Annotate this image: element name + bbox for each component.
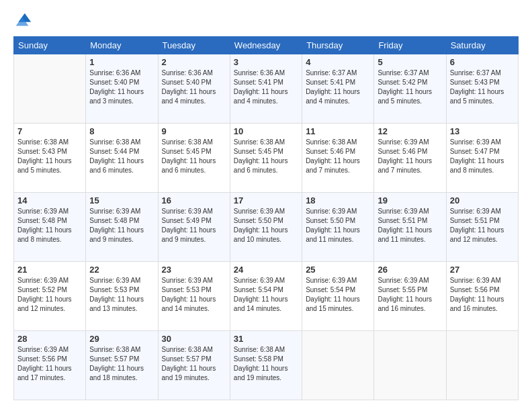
day-number: 31 xyxy=(234,334,298,344)
calendar-cell: 6Sunrise: 6:37 AM Sunset: 5:43 PM Daylig… xyxy=(446,54,518,124)
calendar-cell: 7Sunrise: 6:38 AM Sunset: 5:43 PM Daylig… xyxy=(14,124,86,193)
calendar-cell: 20Sunrise: 6:39 AM Sunset: 5:51 PM Dayli… xyxy=(446,193,518,262)
calendar-header-tuesday: Tuesday xyxy=(158,37,230,54)
day-info: Sunrise: 6:36 AM Sunset: 5:40 PM Dayligh… xyxy=(162,68,226,106)
logo-icon xyxy=(13,11,32,30)
day-info: Sunrise: 6:39 AM Sunset: 5:55 PM Dayligh… xyxy=(378,276,442,314)
calendar-cell: 24Sunrise: 6:39 AM Sunset: 5:54 PM Dayli… xyxy=(230,262,302,331)
calendar-cell: 11Sunrise: 6:38 AM Sunset: 5:46 PM Dayli… xyxy=(302,124,374,193)
calendar-cell: 18Sunrise: 6:39 AM Sunset: 5:50 PM Dayli… xyxy=(302,193,374,262)
calendar-cell: 19Sunrise: 6:39 AM Sunset: 5:51 PM Dayli… xyxy=(374,193,446,262)
day-number: 10 xyxy=(234,126,298,136)
day-number: 7 xyxy=(17,126,82,136)
day-number: 2 xyxy=(162,57,226,67)
calendar-cell: 3Sunrise: 6:36 AM Sunset: 5:41 PM Daylig… xyxy=(230,54,302,124)
day-number: 17 xyxy=(234,195,298,205)
day-number: 12 xyxy=(378,126,442,136)
calendar-table: SundayMondayTuesdayWednesdayThursdayFrid… xyxy=(13,36,519,400)
day-info: Sunrise: 6:38 AM Sunset: 5:43 PM Dayligh… xyxy=(17,138,82,175)
calendar-cell: 15Sunrise: 6:39 AM Sunset: 5:48 PM Dayli… xyxy=(86,193,158,262)
day-number: 11 xyxy=(306,126,370,136)
calendar-cell: 12Sunrise: 6:39 AM Sunset: 5:46 PM Dayli… xyxy=(374,124,446,193)
day-info: Sunrise: 6:39 AM Sunset: 5:54 PM Dayligh… xyxy=(306,276,370,314)
calendar-cell xyxy=(446,331,518,400)
day-info: Sunrise: 6:38 AM Sunset: 5:44 PM Dayligh… xyxy=(89,138,154,175)
day-info: Sunrise: 6:39 AM Sunset: 5:51 PM Dayligh… xyxy=(450,207,515,244)
day-number: 23 xyxy=(162,265,226,275)
day-number: 13 xyxy=(450,126,515,136)
calendar-cell: 22Sunrise: 6:39 AM Sunset: 5:53 PM Dayli… xyxy=(86,262,158,331)
calendar-cell: 10Sunrise: 6:38 AM Sunset: 5:45 PM Dayli… xyxy=(230,124,302,193)
day-number: 20 xyxy=(450,195,515,205)
day-info: Sunrise: 6:39 AM Sunset: 5:56 PM Dayligh… xyxy=(17,345,82,383)
day-number: 25 xyxy=(306,265,370,275)
day-info: Sunrise: 6:39 AM Sunset: 5:48 PM Dayligh… xyxy=(17,207,82,244)
day-info: Sunrise: 6:39 AM Sunset: 5:56 PM Dayligh… xyxy=(450,276,515,314)
day-number: 8 xyxy=(89,126,154,136)
day-info: Sunrise: 6:39 AM Sunset: 5:50 PM Dayligh… xyxy=(234,207,298,244)
day-info: Sunrise: 6:39 AM Sunset: 5:48 PM Dayligh… xyxy=(89,207,154,244)
calendar-cell: 17Sunrise: 6:39 AM Sunset: 5:50 PM Dayli… xyxy=(230,193,302,262)
day-number: 15 xyxy=(89,195,154,205)
day-number: 3 xyxy=(234,57,298,67)
calendar-week-0: 1Sunrise: 6:36 AM Sunset: 5:40 PM Daylig… xyxy=(14,54,519,124)
day-number: 9 xyxy=(162,126,226,136)
calendar-cell: 13Sunrise: 6:39 AM Sunset: 5:47 PM Dayli… xyxy=(446,124,518,193)
calendar-cell: 21Sunrise: 6:39 AM Sunset: 5:52 PM Dayli… xyxy=(14,262,86,331)
day-info: Sunrise: 6:39 AM Sunset: 5:54 PM Dayligh… xyxy=(234,276,298,314)
day-number: 30 xyxy=(162,334,226,344)
calendar-header-thursday: Thursday xyxy=(302,37,374,54)
day-info: Sunrise: 6:38 AM Sunset: 5:46 PM Dayligh… xyxy=(306,138,370,175)
day-info: Sunrise: 6:39 AM Sunset: 5:53 PM Dayligh… xyxy=(162,276,226,314)
calendar-header-monday: Monday xyxy=(86,37,158,54)
day-number: 5 xyxy=(378,57,442,67)
calendar-cell: 1Sunrise: 6:36 AM Sunset: 5:40 PM Daylig… xyxy=(86,54,158,124)
calendar-header-friday: Friday xyxy=(374,37,446,54)
day-number: 24 xyxy=(234,265,298,275)
day-info: Sunrise: 6:39 AM Sunset: 5:51 PM Dayligh… xyxy=(378,207,442,244)
day-number: 14 xyxy=(17,195,82,205)
day-info: Sunrise: 6:39 AM Sunset: 5:46 PM Dayligh… xyxy=(378,138,442,175)
calendar-cell: 8Sunrise: 6:38 AM Sunset: 5:44 PM Daylig… xyxy=(86,124,158,193)
day-info: Sunrise: 6:37 AM Sunset: 5:43 PM Dayligh… xyxy=(450,68,515,106)
day-info: Sunrise: 6:39 AM Sunset: 5:47 PM Dayligh… xyxy=(450,138,515,175)
day-number: 21 xyxy=(17,265,82,275)
calendar-week-1: 7Sunrise: 6:38 AM Sunset: 5:43 PM Daylig… xyxy=(14,124,519,193)
day-info: Sunrise: 6:38 AM Sunset: 5:57 PM Dayligh… xyxy=(162,345,226,383)
calendar-header-saturday: Saturday xyxy=(446,37,518,54)
page: SundayMondayTuesdayWednesdayThursdayFrid… xyxy=(0,0,532,411)
day-info: Sunrise: 6:36 AM Sunset: 5:41 PM Dayligh… xyxy=(234,68,298,106)
calendar-cell: 28Sunrise: 6:39 AM Sunset: 5:56 PM Dayli… xyxy=(14,331,86,400)
calendar-cell xyxy=(14,54,86,124)
calendar-header-sunday: Sunday xyxy=(14,37,86,54)
calendar-cell: 31Sunrise: 6:38 AM Sunset: 5:58 PM Dayli… xyxy=(230,331,302,400)
day-number: 28 xyxy=(17,334,82,344)
calendar-cell: 14Sunrise: 6:39 AM Sunset: 5:48 PM Dayli… xyxy=(14,193,86,262)
day-info: Sunrise: 6:39 AM Sunset: 5:49 PM Dayligh… xyxy=(162,207,226,244)
calendar-week-4: 28Sunrise: 6:39 AM Sunset: 5:56 PM Dayli… xyxy=(14,331,519,400)
day-number: 26 xyxy=(378,265,442,275)
day-number: 4 xyxy=(306,57,370,67)
day-info: Sunrise: 6:38 AM Sunset: 5:45 PM Dayligh… xyxy=(162,138,226,175)
calendar-cell: 23Sunrise: 6:39 AM Sunset: 5:53 PM Dayli… xyxy=(158,262,230,331)
day-info: Sunrise: 6:38 AM Sunset: 5:58 PM Dayligh… xyxy=(234,345,298,383)
calendar-header-wednesday: Wednesday xyxy=(230,37,302,54)
day-info: Sunrise: 6:39 AM Sunset: 5:53 PM Dayligh… xyxy=(89,276,154,314)
calendar-cell xyxy=(374,331,446,400)
calendar-cell: 9Sunrise: 6:38 AM Sunset: 5:45 PM Daylig… xyxy=(158,124,230,193)
calendar-header-row: SundayMondayTuesdayWednesdayThursdayFrid… xyxy=(14,37,519,54)
header xyxy=(13,11,519,30)
calendar-cell: 26Sunrise: 6:39 AM Sunset: 5:55 PM Dayli… xyxy=(374,262,446,331)
calendar-cell: 5Sunrise: 6:37 AM Sunset: 5:42 PM Daylig… xyxy=(374,54,446,124)
calendar-cell: 25Sunrise: 6:39 AM Sunset: 5:54 PM Dayli… xyxy=(302,262,374,331)
day-info: Sunrise: 6:37 AM Sunset: 5:41 PM Dayligh… xyxy=(306,68,370,106)
day-number: 16 xyxy=(162,195,226,205)
day-info: Sunrise: 6:38 AM Sunset: 5:45 PM Dayligh… xyxy=(234,138,298,175)
day-number: 27 xyxy=(450,265,515,275)
calendar-cell: 16Sunrise: 6:39 AM Sunset: 5:49 PM Dayli… xyxy=(158,193,230,262)
calendar-cell: 27Sunrise: 6:39 AM Sunset: 5:56 PM Dayli… xyxy=(446,262,518,331)
calendar-week-3: 21Sunrise: 6:39 AM Sunset: 5:52 PM Dayli… xyxy=(14,262,519,331)
day-info: Sunrise: 6:38 AM Sunset: 5:57 PM Dayligh… xyxy=(89,345,154,383)
day-number: 29 xyxy=(89,334,154,344)
day-number: 1 xyxy=(89,57,154,67)
